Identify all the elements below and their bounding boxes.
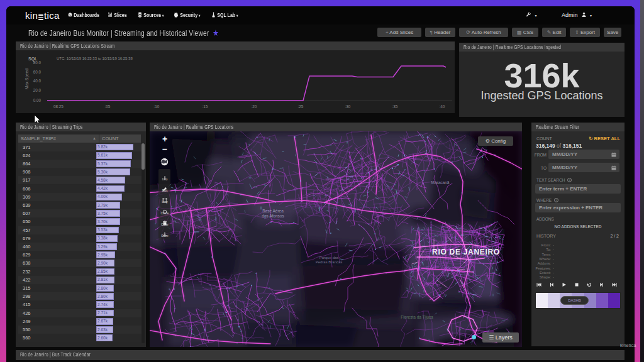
svg-text:20.0: 20.0 xyxy=(33,88,42,92)
svg-text:40.0: 40.0 xyxy=(33,79,42,83)
svg-text::20: :20 xyxy=(252,104,257,109)
svg-text::25: :25 xyxy=(298,104,304,109)
svg-text:80.0: 80.0 xyxy=(33,60,42,65)
svg-text:Maracanã: Maracanã xyxy=(431,180,450,185)
svg-text::35: :35 xyxy=(392,104,398,109)
svg-text:Parque das: Parque das xyxy=(319,256,339,260)
svg-text:Base Aérea: Base Aérea xyxy=(262,209,284,213)
svg-text:0.00: 0.00 xyxy=(33,98,42,102)
svg-text::40: :40 xyxy=(440,104,445,109)
svg-text::05: :05 xyxy=(105,104,111,109)
svg-text:Floresta da Tijuca: Floresta da Tijuca xyxy=(401,315,433,320)
svg-text::30: :30 xyxy=(345,104,351,109)
svg-text:60.0: 60.0 xyxy=(33,70,42,74)
svg-text:08:25: 08:25 xyxy=(53,104,64,109)
svg-text:RIO DE JANEIRO: RIO DE JANEIRO xyxy=(432,248,500,256)
svg-text:dos Afonsos: dos Afonsos xyxy=(262,214,284,218)
svg-text:Pedras Brancas: Pedras Brancas xyxy=(316,260,343,264)
svg-text::10: :10 xyxy=(154,104,160,109)
svg-text::15: :15 xyxy=(203,104,208,109)
